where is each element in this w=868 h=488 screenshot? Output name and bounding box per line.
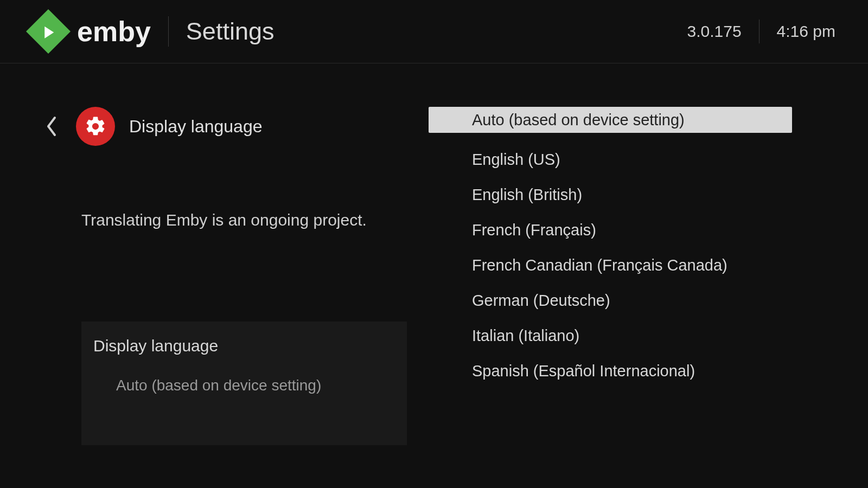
emby-logo-icon	[26, 9, 71, 54]
page-title: Settings	[186, 17, 275, 46]
version-label: 3.0.175	[687, 22, 742, 41]
header: emby Settings 3.0.175 4:16 pm	[0, 0, 868, 63]
section-title-row: Display language	[43, 107, 407, 146]
language-option[interactable]: English (British)	[429, 177, 792, 213]
settings-badge	[76, 107, 115, 146]
chevron-left-icon	[45, 115, 58, 137]
gear-icon	[84, 115, 107, 138]
right-pane: Auto (based on device setting)English (U…	[429, 107, 868, 445]
left-pane: Display language Translating Emby is an …	[0, 107, 429, 445]
language-option[interactable]: French (Français)	[429, 213, 792, 248]
header-divider	[168, 16, 169, 47]
section-title: Display language	[129, 117, 263, 137]
brand-text: emby	[77, 15, 151, 48]
header-divider	[759, 20, 760, 43]
language-option[interactable]: Spanish (Español Internacional)	[429, 354, 792, 389]
section-description: Translating Emby is an ongoing project.	[81, 211, 407, 229]
language-option[interactable]: Auto (based on device setting)	[429, 107, 792, 133]
language-option[interactable]: French Canadian (Français Canada)	[429, 248, 792, 283]
clock-label: 4:16 pm	[777, 22, 835, 41]
language-option[interactable]: English (US)	[429, 142, 792, 177]
language-option-list: Auto (based on device setting)English (U…	[429, 107, 792, 389]
language-option[interactable]: Italian (Italiano)	[429, 318, 792, 354]
header-right: 3.0.175 4:16 pm	[687, 20, 836, 43]
back-button[interactable]	[43, 113, 60, 140]
content: Display language Translating Emby is an …	[0, 63, 868, 445]
language-option[interactable]: German (Deutsche)	[429, 283, 792, 318]
card-title: Display language	[93, 337, 395, 355]
current-setting-card[interactable]: Display language Auto (based on device s…	[81, 322, 407, 445]
brand-logo[interactable]: emby	[33, 15, 151, 48]
card-value: Auto (based on device setting)	[116, 377, 395, 394]
